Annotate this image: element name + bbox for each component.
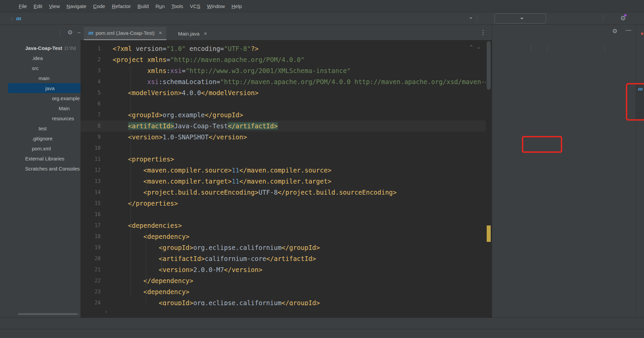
user-account-button[interactable] — [462, 15, 473, 21]
build-project-button[interactable] — [480, 15, 486, 22]
code-line-6[interactable]: 6 — [80, 98, 486, 110]
code-line-2[interactable]: 2 <project xmlns="http://maven.apache.or… — [80, 54, 486, 65]
menu-help[interactable]: Help — [228, 3, 245, 9]
tree-item--gitignore[interactable]: .gitignore — [8, 133, 80, 143]
code-line-21[interactable]: 21 <version>2.0.0-M7</version> — [80, 264, 486, 275]
tree-item-main[interactable]: main — [8, 73, 80, 83]
fold-gutter[interactable] — [105, 286, 113, 297]
profiler-button[interactable] — [578, 15, 584, 22]
debug-button[interactable] — [565, 15, 571, 22]
menu-navigate[interactable]: Navigate — [63, 3, 90, 9]
offline-icon[interactable] — [582, 45, 588, 51]
horizontal-scrollbar[interactable] — [18, 313, 78, 315]
collapse-all-icon[interactable] — [47, 29, 53, 36]
fold-gutter[interactable] — [105, 54, 113, 65]
code-line-13[interactable]: 13 <maven.compiler.target>11</maven.comp… — [80, 176, 486, 187]
gear-icon[interactable]: ⚙ — [612, 28, 618, 34]
close-tab-icon[interactable]: ✕ — [204, 31, 207, 36]
menu-build[interactable]: Build — [134, 3, 152, 9]
tree-item-java[interactable]: java — [8, 83, 80, 93]
menu-refactor[interactable]: Refactor — [108, 3, 134, 9]
add-icon[interactable] — [535, 45, 541, 51]
code-line-7[interactable]: 7 <groupId>org.example</groupId> — [80, 110, 486, 121]
locate-icon[interactable] — [25, 29, 32, 36]
menu-tools[interactable]: Tools — [168, 3, 186, 9]
run-configuration-select[interactable] — [494, 13, 546, 23]
hide-panel-button[interactable]: — — [626, 27, 631, 33]
stop-button[interactable] — [591, 15, 597, 22]
run-dim-icon[interactable] — [552, 45, 558, 51]
code-line-11[interactable]: 11 <properties> — [80, 154, 486, 165]
code-line-10[interactable]: 10 — [80, 143, 486, 154]
code-line-18[interactable]: 18 <dependency> — [80, 231, 486, 242]
sidebar-item-project[interactable] — [0, 32, 8, 38]
code-line-3[interactable]: 3 xmlns:xsi="http://www.w3.org/2001/XMLS… — [80, 65, 486, 76]
sync-folder-icon[interactable] — [508, 45, 514, 51]
editor-scrollbar[interactable] — [486, 40, 492, 306]
fold-gutter[interactable] — [105, 231, 113, 242]
settings-button[interactable]: ⚙ — [620, 15, 626, 22]
menu-view[interactable]: View — [46, 3, 63, 9]
menu-code[interactable]: Code — [90, 3, 109, 9]
more-icon[interactable] — [609, 45, 615, 51]
menu-run[interactable]: Run — [152, 3, 168, 9]
code-line-22[interactable]: 22 </dependency> — [80, 275, 486, 286]
code-line-1[interactable]: 1 <?xml version="1.0" encoding="UTF-8"?> — [80, 43, 486, 54]
expand-all-icon[interactable] — [36, 29, 42, 36]
code-line-4[interactable]: 4 xsi:schemaLocation="http://maven.apach… — [80, 76, 486, 87]
code-line-9[interactable]: 9 <version>1.0-SNAPSHOT</version> — [80, 132, 486, 143]
code-line-15[interactable]: 15 </properties> — [80, 198, 486, 209]
menu-vcs[interactable]: VCS — [186, 3, 204, 9]
tree-item-pom-xml[interactable]: pom.xml — [8, 143, 80, 153]
tree-item-test[interactable]: test — [8, 123, 80, 133]
code-line-23[interactable]: 23 <dependency> — [80, 286, 486, 297]
download-icon[interactable] — [518, 45, 524, 51]
code-line-17[interactable]: 17 <dependencies> — [80, 220, 486, 231]
tree-item-scratches-and-consoles[interactable]: Scratches and Consoles — [8, 163, 80, 174]
opt-square-icon[interactable] — [15, 29, 21, 36]
tree-item-main[interactable]: Main — [8, 103, 80, 113]
scrollbar-thumb[interactable] — [487, 41, 491, 90]
menu-window[interactable]: Window — [204, 3, 228, 9]
close-tab-icon[interactable]: ✕ — [159, 30, 162, 36]
search-everywhere-button[interactable] — [607, 15, 613, 22]
gear-icon[interactable]: ⚙ — [67, 29, 73, 36]
warning-stripe-mark[interactable] — [487, 225, 491, 242]
menu-file[interactable]: File — [15, 3, 30, 9]
fold-gutter[interactable] — [105, 275, 113, 286]
tab-main.java[interactable]: Main.java ✕ — [166, 27, 211, 40]
collapse-all2-icon[interactable] — [592, 45, 598, 51]
sidebar-item-structure[interactable] — [0, 221, 8, 227]
fold-gutter[interactable] — [105, 154, 113, 165]
maximize-button[interactable] — [598, 0, 621, 12]
warning-count[interactable] — [459, 44, 466, 50]
minimize-button[interactable] — [576, 0, 598, 12]
next-warning-button[interactable]: ⌃ — [477, 44, 481, 50]
sidebar-item-maven[interactable]: m — [636, 84, 644, 121]
intention-bulb-icon[interactable] — [131, 123, 138, 129]
tree-item-src[interactable]: src — [8, 63, 80, 73]
tree-item-resources[interactable]: resources — [8, 113, 80, 123]
code-line-20[interactable]: 20 <artifactId>californium-core</artifac… — [80, 253, 486, 264]
code-editor[interactable]: 1 <?xml version="1.0" encoding="UTF-8"?>… — [80, 40, 486, 306]
fold-gutter[interactable] — [105, 220, 113, 231]
execute-goal-icon[interactable] — [562, 45, 568, 51]
code-line-14[interactable]: 14 <project.build.sourceEncoding>UTF-8</… — [80, 187, 486, 198]
tool-window-switcher-icon[interactable] — [9, 331, 14, 336]
code-line-16[interactable]: 16 — [80, 209, 486, 220]
sidebar-item-bookmarks[interactable] — [0, 279, 8, 285]
prev-warning-button[interactable]: ⌃ — [469, 44, 473, 50]
tree-item-org-example[interactable]: org.example — [8, 93, 80, 103]
tree-item--idea[interactable]: .idea — [8, 53, 80, 63]
tree-item-java-coap-test[interactable]: Java-Coap-TestD:\NI — [8, 43, 80, 53]
ide-feature-button[interactable] — [634, 15, 640, 22]
close-button[interactable] — [621, 0, 644, 12]
tab-pom.xml[interactable]: mpom.xml (Java-Coap-Test) ✕ — [84, 27, 166, 40]
notifications-bell-button[interactable] — [637, 33, 643, 39]
reload-icon[interactable] — [498, 45, 504, 51]
menu-edit[interactable]: Edit — [30, 3, 46, 9]
more-tabs-icon[interactable]: ⋮ — [480, 28, 486, 36]
fold-gutter[interactable] — [105, 198, 113, 209]
code-line-8[interactable]: 8 <artifactId>Java-Coap-Test</artifactId… — [80, 121, 486, 132]
run-button[interactable] — [552, 15, 558, 22]
